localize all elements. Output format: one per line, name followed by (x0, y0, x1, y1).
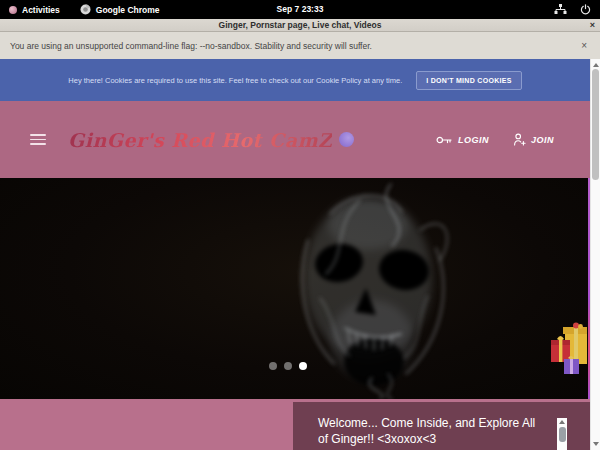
chrome-infobar: You are using an unsupported command-lin… (0, 32, 600, 59)
page-bottom-band: Welcome... Come Inside, and Explore All … (0, 399, 600, 450)
desktop-screen: Activities Google Chrome Sep 7 23:33 (0, 0, 600, 450)
carousel-dot-1[interactable] (269, 362, 277, 370)
appmenu-google-chrome[interactable]: Google Chrome (80, 4, 160, 15)
cookie-accept-button[interactable]: I DON'T MIND COOKIES (416, 71, 521, 90)
network-icon[interactable] (554, 4, 567, 15)
menu-icon[interactable] (30, 134, 46, 145)
power-icon[interactable] (580, 4, 591, 15)
login-label: LOGIN (458, 135, 489, 145)
page-scrollbar-thumb[interactable] (592, 69, 599, 180)
chrome-icon (80, 4, 91, 15)
infobar-close-button[interactable]: × (581, 40, 587, 51)
join-button[interactable]: JOIN (513, 133, 554, 146)
carousel-dot-3[interactable] (299, 362, 307, 370)
web-page: Hey there! Cookies are required to use t… (0, 59, 600, 450)
clock[interactable]: Sep 7 23:33 (277, 0, 324, 19)
welcome-box: Welcome... Come Inside, and Explore All … (293, 402, 590, 450)
cookie-message: Hey there! Cookies are required to use t… (68, 76, 402, 85)
gnome-top-bar: Activities Google Chrome Sep 7 23:33 (0, 0, 600, 19)
welcome-scrollbar[interactable] (557, 418, 567, 450)
welcome-scrollbar-thumb[interactable] (559, 427, 566, 442)
site-header: GinGer's Red Hot CamZ LOGIN (0, 101, 600, 178)
activities-label: Activities (22, 5, 60, 15)
scroll-up-icon[interactable] (557, 418, 567, 426)
site-logo[interactable]: GinGer's Red Hot CamZ (68, 129, 354, 151)
cookie-notice-bar: Hey there! Cookies are required to use t… (0, 59, 590, 101)
activities-button[interactable]: Activities (9, 5, 60, 15)
logo-text: GinGer's Red Hot CamZ (68, 129, 332, 151)
window-titlebar[interactable]: Ginger, Pornstar page, Live chat, Videos… (0, 19, 600, 32)
moon-icon (339, 132, 354, 147)
scrollbar-down-arrow[interactable] (591, 438, 600, 449)
key-icon (436, 135, 453, 145)
user-plus-icon (513, 133, 526, 146)
infobar-message: You are using an unsupported command-lin… (10, 41, 372, 51)
welcome-text: Welcome... Come Inside, and Explore All … (318, 416, 535, 446)
activities-orb-icon (9, 6, 17, 14)
window-close-button[interactable]: × (590, 19, 595, 31)
hero-carousel (0, 178, 590, 399)
carousel-dot-2[interactable] (284, 362, 292, 370)
join-label: JOIN (531, 135, 554, 145)
gift-boxes-image (549, 322, 587, 378)
app-label: Google Chrome (96, 5, 160, 15)
page-scrollbar[interactable] (590, 59, 600, 450)
window-title: Ginger, Pornstar page, Live chat, Videos (219, 20, 382, 30)
login-button[interactable]: LOGIN (436, 135, 489, 145)
carousel-dots (269, 362, 307, 370)
